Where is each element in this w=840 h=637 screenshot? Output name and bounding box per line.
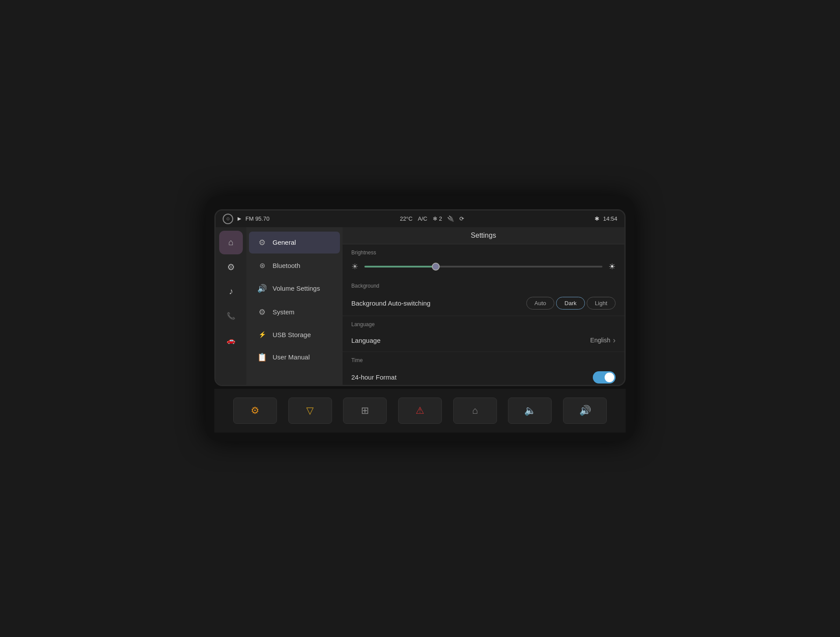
wiper-icon: ▽ xyxy=(306,405,314,416)
menu-label-general: General xyxy=(273,239,296,246)
brightness-slider-track[interactable] xyxy=(364,266,602,267)
status-right: ✱ 14:54 xyxy=(595,215,617,222)
menu-label-volume: Volume Settings xyxy=(273,285,320,292)
background-toggle-group: Auto Dark Light xyxy=(526,297,616,310)
time-label: Time xyxy=(343,352,624,365)
physical-btn-vol-up[interactable]: 🔊 xyxy=(563,398,607,424)
volume-icon: 🔊 xyxy=(257,284,267,293)
vol-down-icon: 🔈 xyxy=(524,405,536,416)
physical-btn-vol-down[interactable]: 🔈 xyxy=(508,398,552,424)
brightness-slider-thumb[interactable] xyxy=(432,263,440,271)
main-area: ⌂ ⚙ ♪ 📞 🚗 ⚙ General xyxy=(216,227,624,385)
menu-item-bluetooth[interactable]: ⊛ Bluetooth xyxy=(249,255,340,276)
fan-icon: ❄ 2 xyxy=(433,215,442,222)
sidebar-icons: ⌂ ⚙ ♪ 📞 🚗 xyxy=(216,227,246,385)
menu-item-general[interactable]: ⚙ General xyxy=(249,232,340,253)
menu-label-bluetooth: Bluetooth xyxy=(273,262,300,269)
time-format-row: 24-hour Format xyxy=(343,365,624,385)
physical-btn-1[interactable]: ⚙ xyxy=(233,398,277,424)
language-value: English › xyxy=(590,336,616,345)
brightness-high-icon: ☀ xyxy=(609,262,616,271)
sidebar-item-car[interactable]: 🚗 xyxy=(219,329,243,352)
time-format-label: 24-hour Format xyxy=(351,373,396,381)
brightness-slider-fill xyxy=(364,266,436,267)
settings-content: Settings Brightness ☀ ☀ xyxy=(343,227,624,385)
temp-label: 22°C xyxy=(400,215,413,222)
menu-item-system[interactable]: ⚙ System xyxy=(249,301,340,323)
grid-icon: ⊞ xyxy=(361,405,369,416)
gear-icon: ⚙ xyxy=(257,238,267,247)
home-phys-icon: ⌂ xyxy=(472,405,478,416)
menu-item-usb[interactable]: ⚡ USB Storage xyxy=(249,325,340,345)
physical-btn-hazard[interactable]: ⚠ xyxy=(398,398,442,424)
sync-icon: ⟳ xyxy=(459,215,464,222)
radio-icon: ⊙ xyxy=(223,214,233,224)
language-label: Language xyxy=(343,316,624,329)
brightness-row: ☀ ☀ xyxy=(343,257,624,278)
home-icon: ⌂ xyxy=(228,237,234,247)
bluetooth-icon: ✱ xyxy=(595,215,599,222)
menu-label-usb: USB Storage xyxy=(273,331,311,338)
station-label: FM 95.70 xyxy=(245,215,270,222)
physical-btn-home[interactable]: ⌂ xyxy=(453,398,497,424)
status-left: ⊙ ▶ FM 95.70 xyxy=(223,214,270,224)
sidebar-item-music[interactable]: ♪ xyxy=(219,280,243,303)
settings-body: Brightness ☀ ☀ Background xyxy=(343,244,624,385)
manual-icon: 📋 xyxy=(257,352,267,362)
chevron-right-icon: › xyxy=(613,336,616,345)
physical-btn-2[interactable]: ▽ xyxy=(288,398,332,424)
sidebar-item-settings[interactable]: ⚙ xyxy=(219,255,243,279)
status-center: 22°C A/C ❄ 2 🔌 ⟳ xyxy=(400,215,465,222)
brightness-section: Brightness ☀ ☀ xyxy=(343,244,624,278)
physical-controls: ⚙ ▽ ⊞ ⚠ ⌂ 🔈 🔊 xyxy=(214,388,626,433)
hazard-icon: ⚠ xyxy=(413,404,427,417)
vol-up-icon: 🔊 xyxy=(579,405,591,416)
background-section: Background Background Auto-switching Aut… xyxy=(343,278,624,316)
ac-label: A/C xyxy=(418,215,427,222)
toggle-dark[interactable]: Dark xyxy=(556,297,584,310)
physical-btn-3[interactable]: ⊞ xyxy=(343,398,387,424)
sidebar-item-home[interactable]: ⌂ xyxy=(219,231,243,254)
background-row-label: Background Auto-switching xyxy=(351,299,430,307)
language-section: Language Language English › xyxy=(343,316,624,352)
phone-icon: 📞 xyxy=(227,312,235,320)
car-icon: 🚗 xyxy=(227,336,235,345)
menu-label-system: System xyxy=(273,308,294,316)
time-section: Time 24-hour Format Auto set time xyxy=(343,352,624,385)
toggle-light[interactable]: Light xyxy=(587,297,616,310)
brightness-label: Brightness xyxy=(343,244,624,257)
settings-icon: ⚙ xyxy=(227,262,235,272)
settings-menu: ⚙ General ⊛ Bluetooth 🔊 Volume Settings … xyxy=(246,227,343,385)
music-icon: ♪ xyxy=(229,286,233,296)
menu-item-volume[interactable]: 🔊 Volume Settings xyxy=(249,278,340,299)
bluetooth-menu-icon: ⊛ xyxy=(257,261,267,270)
toggle-auto[interactable]: Auto xyxy=(526,297,555,310)
fog-light-icon: ⚙ xyxy=(251,405,259,416)
menu-item-manual[interactable]: 📋 User Manual xyxy=(249,346,340,368)
brightness-low-icon: ☀ xyxy=(351,262,358,271)
time-format-toggle[interactable] xyxy=(593,371,616,384)
language-current: English xyxy=(590,337,610,344)
status-bar: ⊙ ▶ FM 95.70 22°C A/C ❄ 2 🔌 ⟳ ✱ 14:54 xyxy=(216,211,624,227)
language-row[interactable]: Language English › xyxy=(343,329,624,352)
language-row-label: Language xyxy=(351,337,381,344)
background-row: Background Auto-switching Auto Dark Ligh… xyxy=(343,291,624,316)
play-icon: ▶ xyxy=(238,216,241,222)
system-icon: ⚙ xyxy=(257,307,267,317)
plug-icon: 🔌 xyxy=(447,215,454,222)
car-frame: ⊙ ▶ FM 95.70 22°C A/C ❄ 2 🔌 ⟳ ✱ 14:54 ⌂ xyxy=(206,196,634,441)
menu-label-manual: User Manual xyxy=(273,353,310,361)
sidebar-item-phone[interactable]: 📞 xyxy=(219,304,243,328)
usb-icon: ⚡ xyxy=(257,331,267,338)
background-label: Background xyxy=(343,278,624,291)
screen: ⊙ ▶ FM 95.70 22°C A/C ❄ 2 🔌 ⟳ ✱ 14:54 ⌂ xyxy=(214,209,626,386)
settings-title: Settings xyxy=(343,227,624,244)
time-label: 14:54 xyxy=(603,215,617,222)
